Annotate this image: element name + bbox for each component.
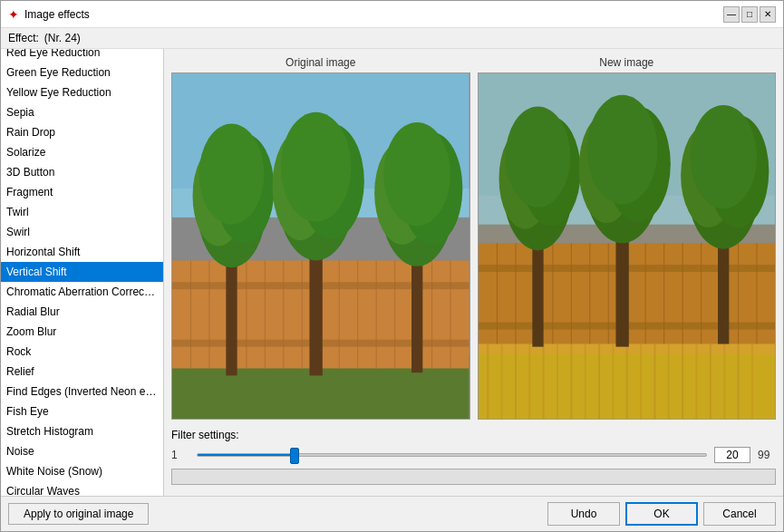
undo-button[interactable]: Undo xyxy=(547,502,620,526)
sidebar-item-zoom-blur[interactable]: Zoom Blur xyxy=(1,322,163,342)
main-content: BlurGaussian BlurFast Gaussian BlurBlur … xyxy=(1,49,783,496)
original-image-label: Original image xyxy=(286,56,355,69)
sidebar-item-swirl[interactable]: Swirl xyxy=(1,222,163,242)
app-icon: ✦ xyxy=(8,7,19,22)
svg-point-35 xyxy=(383,122,450,226)
window-title: Image effects xyxy=(24,8,90,21)
slider-fill xyxy=(198,454,295,456)
sidebar-item-sepia[interactable]: Sepia xyxy=(1,102,163,122)
slider-max: 99 xyxy=(758,449,776,461)
sidebar-item-stretch-histogram[interactable]: Stretch Histogram xyxy=(1,421,163,441)
sidebar-item-horizontal-shift[interactable]: Horizontal Shift xyxy=(1,242,163,262)
svg-rect-93 xyxy=(479,73,776,419)
new-image-panel: New image xyxy=(478,56,777,420)
minimize-button[interactable]: — xyxy=(723,6,740,23)
sidebar-item-fragment[interactable]: Fragment xyxy=(1,182,163,202)
maximize-button[interactable]: □ xyxy=(741,6,758,23)
effect-bar: Effect: (Nr. 24) xyxy=(1,28,783,49)
new-image-container xyxy=(478,73,777,420)
ok-button[interactable]: OK xyxy=(625,502,698,526)
apply-button[interactable]: Apply to original image xyxy=(8,503,149,525)
new-image-svg xyxy=(479,73,776,419)
filter-settings-label: Filter settings: xyxy=(171,429,776,441)
progress-bar xyxy=(171,469,776,485)
bottom-buttons: Apply to original image Undo OK Cancel xyxy=(1,496,783,531)
progress-bar-row xyxy=(171,469,776,485)
sidebar-item-noise[interactable]: Noise xyxy=(1,441,163,461)
sidebar-item-solarize[interactable]: Solarize xyxy=(1,142,163,162)
sidebar-item-rain-drop[interactable]: Rain Drop xyxy=(1,122,163,142)
sidebar-item-twirl[interactable]: Twirl xyxy=(1,202,163,222)
title-bar-left: ✦ Image effects xyxy=(8,7,90,22)
slider-row: 1 20 99 xyxy=(171,447,776,463)
effect-value: (Nr. 24) xyxy=(44,32,81,44)
sidebar-item-vertical-shift[interactable]: Vertical Shift xyxy=(1,262,163,282)
filter-settings: Filter settings: 1 20 99 xyxy=(171,425,776,488)
sidebar: BlurGaussian BlurFast Gaussian BlurBlur … xyxy=(1,49,164,496)
close-button[interactable]: ✕ xyxy=(760,6,776,23)
original-image-container xyxy=(171,73,470,420)
main-window: ✦ Image effects — □ ✕ Effect: (Nr. 24) B… xyxy=(0,0,784,532)
sidebar-item-3d-button[interactable]: 3D Button xyxy=(1,162,163,182)
sidebar-item-chromatic-aberration[interactable]: Chromatic Aberration Correction xyxy=(1,282,163,302)
sidebar-item-rock[interactable]: Rock xyxy=(1,342,163,362)
original-image-svg xyxy=(172,73,469,419)
effects-list[interactable]: BlurGaussian BlurFast Gaussian BlurBlur … xyxy=(1,49,163,496)
svg-point-25 xyxy=(199,124,265,225)
new-image-label: New image xyxy=(599,56,653,69)
slider-value[interactable]: 20 xyxy=(714,447,750,463)
sidebar-item-find-edges[interactable]: Find Edges (Inverted Neon edge) xyxy=(1,382,163,401)
effect-label: Effect: xyxy=(8,32,39,44)
sidebar-item-fish-eye[interactable]: Fish Eye xyxy=(1,401,163,421)
sidebar-item-radial-blur[interactable]: Radial Blur xyxy=(1,302,163,322)
slider-thumb[interactable] xyxy=(290,448,299,464)
original-image-panel: Original image xyxy=(171,56,470,420)
cancel-button[interactable]: Cancel xyxy=(703,502,776,526)
btn-group: Undo OK Cancel xyxy=(547,502,776,526)
sidebar-item-yellow-eye-reduction[interactable]: Yellow Eye Reduction xyxy=(1,82,163,102)
slider-track xyxy=(197,453,707,457)
images-row: Original image xyxy=(171,56,776,420)
slider-track-container[interactable] xyxy=(197,453,707,457)
slider-min: 1 xyxy=(171,449,189,461)
main-area: Original image xyxy=(164,49,783,496)
svg-point-30 xyxy=(281,112,352,222)
title-bar: ✦ Image effects — □ ✕ xyxy=(1,1,783,28)
sidebar-item-relief[interactable]: Relief xyxy=(1,362,163,382)
sidebar-item-red-eye-reduction[interactable]: Red Eye Reduction xyxy=(1,49,163,63)
sidebar-item-circular-waves[interactable]: Circular Waves xyxy=(1,481,163,496)
sidebar-item-green-eye-reduction[interactable]: Green Eye Reduction xyxy=(1,63,163,82)
title-bar-controls: — □ ✕ xyxy=(723,6,776,23)
sidebar-item-white-noise[interactable]: White Noise (Snow) xyxy=(1,461,163,481)
